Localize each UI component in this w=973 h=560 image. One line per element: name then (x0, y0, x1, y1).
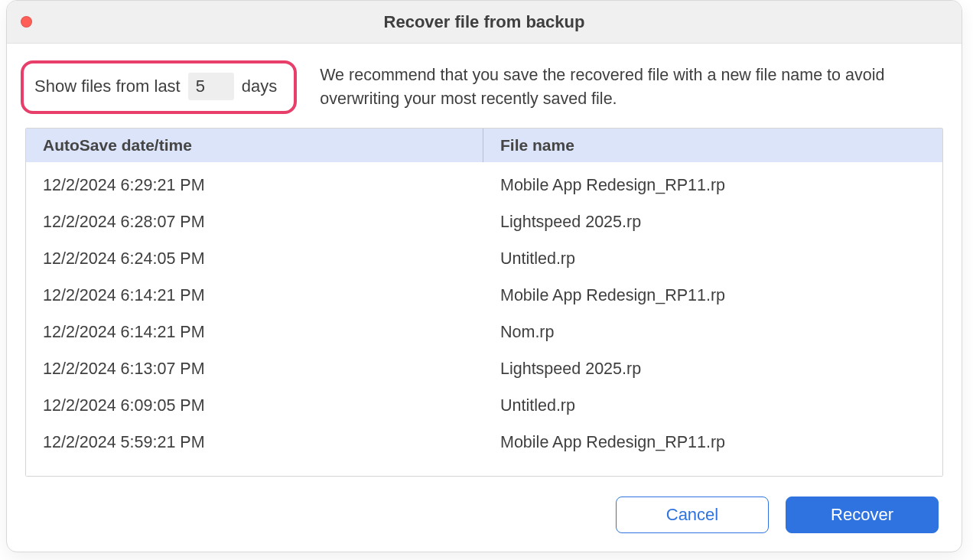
cell-filename: Mobile App Redesign_RP11.rp (483, 176, 942, 195)
table-row[interactable]: 12/2/2024 6:14:21 PMMobile App Redesign_… (26, 277, 942, 314)
cell-datetime: 12/2/2024 6:28:07 PM (26, 213, 483, 232)
table-row[interactable]: 12/2/2024 6:24:05 PMUntitled.rp (26, 240, 942, 277)
cell-datetime: 12/2/2024 6:13:07 PM (26, 360, 483, 379)
cell-datetime: 12/2/2024 6:29:21 PM (26, 176, 483, 195)
table-row[interactable]: 12/2/2024 6:28:07 PMLightspeed 2025.rp (26, 203, 942, 240)
cell-datetime: 12/2/2024 5:59:21 PM (26, 433, 483, 452)
cell-datetime: 12/2/2024 6:09:05 PM (26, 396, 483, 415)
col-header-datetime[interactable]: AutoSave date/time (26, 129, 483, 162)
col-header-datetime-label: AutoSave date/time (43, 136, 192, 155)
cell-datetime: 12/2/2024 6:14:21 PM (26, 323, 483, 342)
cell-filename: Lightspeed 2025.rp (483, 360, 942, 379)
table-row[interactable]: 12/2/2024 6:13:07 PMLightspeed 2025.rp (26, 350, 942, 387)
col-header-filename[interactable]: File name (483, 136, 942, 155)
top-row: Show files from last days We recommend t… (7, 44, 962, 128)
titlebar: Recover file from backup (7, 1, 962, 44)
table-row[interactable]: 12/2/2024 6:29:21 PMMobile App Redesign_… (26, 167, 942, 203)
cell-datetime: 12/2/2024 6:24:05 PM (26, 249, 483, 269)
cell-filename: Untitled.rp (483, 249, 942, 269)
days-filter-suffix: days (242, 77, 277, 96)
cell-filename: Mobile App Redesign_RP11.rp (483, 433, 942, 452)
cell-datetime: 12/2/2024 6:14:21 PM (26, 286, 483, 305)
recommendation-text: We recommend that you save the recovered… (320, 60, 943, 111)
cell-filename: Untitled.rp (483, 396, 942, 415)
table-row[interactable]: 12/2/2024 6:09:05 PMUntitled.rp (26, 387, 942, 424)
table-header-row: AutoSave date/time File name (26, 129, 942, 162)
table-body: 12/2/2024 6:29:21 PMMobile App Redesign_… (26, 162, 942, 476)
recover-button[interactable]: Recover (786, 497, 939, 533)
days-filter-box: Show files from last days (21, 60, 297, 114)
cell-filename: Mobile App Redesign_RP11.rp (483, 286, 942, 305)
table-row[interactable]: 12/2/2024 6:14:21 PMNom.rp (26, 314, 942, 350)
recover-dialog: Recover file from backup Show files from… (6, 0, 962, 552)
close-icon[interactable] (21, 16, 32, 28)
days-filter-prefix: Show files from last (34, 77, 181, 96)
backup-table: AutoSave date/time File name 12/2/2024 6… (25, 128, 943, 477)
cell-filename: Nom.rp (483, 323, 942, 342)
days-input[interactable] (188, 73, 234, 100)
dialog-title: Recover file from backup (7, 12, 962, 32)
cancel-button[interactable]: Cancel (616, 497, 769, 533)
table-row[interactable]: 12/2/2024 5:59:21 PMMobile App Redesign_… (26, 424, 942, 461)
cell-filename: Lightspeed 2025.rp (483, 213, 942, 232)
dialog-footer: Cancel Recover (7, 477, 962, 533)
col-header-filename-label: File name (500, 136, 574, 154)
